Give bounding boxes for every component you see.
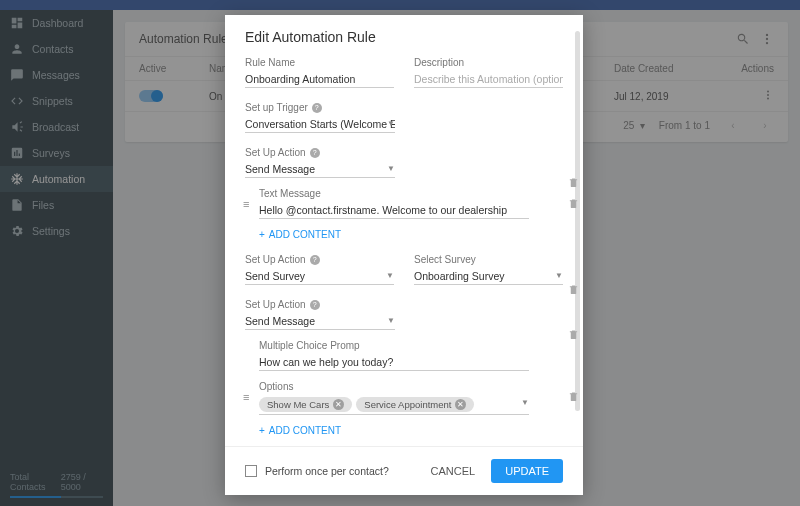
chevron-down-icon: ▼	[387, 119, 395, 128]
help-icon[interactable]: ?	[310, 300, 320, 310]
rule-name-input[interactable]	[245, 71, 394, 88]
description-input[interactable]	[414, 71, 563, 88]
add-content-button[interactable]: + ADD CONTENT	[259, 425, 563, 436]
chevron-down-icon: ▼	[386, 271, 394, 280]
mcp-input[interactable]	[259, 354, 529, 371]
chevron-down-icon: ▼	[521, 398, 529, 407]
help-icon[interactable]: ?	[310, 148, 320, 158]
trigger-select[interactable]	[245, 116, 395, 133]
cancel-button[interactable]: CANCEL	[431, 465, 476, 477]
help-icon[interactable]: ?	[310, 255, 320, 265]
drag-handle-icon[interactable]: ≡	[243, 198, 249, 210]
action3-select[interactable]	[245, 313, 395, 330]
chevron-down-icon: ▼	[555, 271, 563, 280]
delete-icon[interactable]	[568, 329, 579, 342]
delete-icon[interactable]	[568, 284, 579, 297]
delete-icon[interactable]	[568, 198, 579, 211]
chevron-down-icon: ▼	[387, 316, 395, 325]
drag-handle-icon[interactable]: ≡	[243, 391, 249, 403]
delete-icon[interactable]	[568, 391, 579, 404]
options-select[interactable]: Show Me Cars✕ Service Appointment✕ ▼	[259, 395, 529, 415]
action2-select[interactable]	[245, 268, 394, 285]
help-icon[interactable]: ?	[312, 103, 322, 113]
chip[interactable]: Show Me Cars✕	[259, 397, 352, 412]
modal-title: Edit Automation Rule	[225, 15, 583, 51]
survey-select[interactable]	[414, 268, 563, 285]
action1-select[interactable]	[245, 161, 395, 178]
remove-chip-icon[interactable]: ✕	[455, 399, 466, 410]
text-message-input[interactable]	[259, 202, 529, 219]
remove-chip-icon[interactable]: ✕	[333, 399, 344, 410]
update-button[interactable]: UPDATE	[491, 459, 563, 483]
chevron-down-icon: ▼	[387, 164, 395, 173]
add-content-button[interactable]: + ADD CONTENT	[259, 229, 563, 240]
edit-automation-modal: Edit Automation Rule Rule Name Descripti…	[225, 15, 583, 495]
chip[interactable]: Service Appointment✕	[356, 397, 474, 412]
perform-once-checkbox[interactable]	[245, 465, 257, 477]
delete-icon[interactable]	[568, 177, 579, 190]
